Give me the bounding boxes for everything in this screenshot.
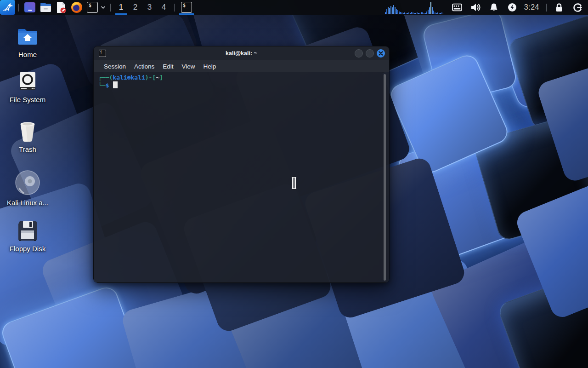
launcher-text-editor[interactable] (54, 0, 68, 14)
desktop-icon-trash[interactable]: Trash (4, 121, 51, 153)
power-manager-icon[interactable] (507, 2, 517, 12)
logout-icon[interactable] (572, 2, 582, 12)
window-title: kali@kali: ~ (94, 50, 389, 57)
terminal-window: ┤ kali@kali: ~ Session Actions Edit View… (93, 46, 390, 283)
menu-help[interactable]: Help (199, 62, 220, 71)
folder-icon (40, 2, 52, 13)
dashboard-icon (24, 1, 36, 13)
launcher-terminal[interactable]: $_ (85, 0, 99, 14)
chevron-down-icon[interactable] (101, 5, 106, 10)
terminal-scrollbar[interactable] (384, 74, 386, 281)
menu-actions[interactable]: Actions (130, 62, 158, 71)
lock-screen-icon[interactable] (554, 2, 564, 12)
workspace-4[interactable]: 4 (157, 0, 171, 15)
keyboard-layout-icon[interactable] (452, 2, 462, 12)
menu-edit[interactable]: Edit (158, 62, 177, 71)
top-panel: $_ 1 2 3 4 $_ (0, 0, 588, 15)
kali-dragon-icon (2, 2, 13, 13)
desktop-icon-label: Home (18, 51, 37, 58)
system-load-graph[interactable] (385, 1, 443, 14)
panel-separator (18, 4, 19, 12)
terminal-menubar: Session Actions Edit View Help (94, 60, 389, 72)
desktop-icon-label: Floppy Disk (10, 245, 45, 253)
terminal-icon: $_ (181, 2, 192, 13)
desktop-icon-label: Trash (19, 145, 36, 153)
optical-disc-icon (15, 169, 40, 196)
desktop-icon-file-system[interactable]: File System (4, 71, 51, 104)
menu-view[interactable]: View (178, 62, 199, 71)
clock[interactable]: 3:24 (524, 3, 539, 12)
terminal-icon: $_ (87, 2, 98, 13)
home-folder-icon (17, 26, 38, 48)
minimize-button[interactable] (355, 49, 363, 58)
launcher-xfdashboard[interactable] (23, 0, 37, 14)
window-titlebar[interactable]: ┤ kali@kali: ~ (94, 46, 389, 60)
close-icon (379, 51, 383, 56)
trash-bin-icon (18, 121, 37, 143)
panel-separator (110, 4, 111, 12)
menu-session[interactable]: Session (100, 62, 130, 71)
maximize-button[interactable] (366, 49, 374, 58)
document-edit-icon (56, 1, 67, 14)
workspace-1[interactable]: 1 (114, 0, 128, 15)
desktop-icon-floppy-disk[interactable]: Floppy Disk (4, 220, 51, 253)
firefox-icon (71, 1, 83, 13)
terminal-cursor (113, 81, 118, 88)
close-button[interactable] (377, 49, 385, 58)
prompt-line-2: └─$ (98, 81, 389, 89)
terminal-output-area[interactable]: ┌──(kali⊛kali)-[~] └─$ (94, 72, 389, 282)
kali-menu-button[interactable] (0, 0, 15, 15)
taskbar-terminal-window[interactable]: $_ (178, 0, 195, 15)
notification-bell-icon[interactable] (489, 2, 499, 12)
desktop-icon-label: File System (10, 96, 45, 104)
panel-separator (174, 4, 175, 12)
desktop-icon-home[interactable]: Home (4, 26, 51, 58)
workspace-3[interactable]: 3 (142, 0, 157, 15)
floppy-disk-icon (17, 220, 38, 242)
launcher-firefox[interactable] (70, 0, 84, 14)
panel-separator (546, 4, 547, 12)
desktop-icon-label: Kali Linux a... (7, 199, 48, 207)
volume-icon[interactable] (470, 2, 481, 12)
workspace-2[interactable]: 2 (128, 0, 142, 15)
desktop-icon-kali-linux-cd[interactable]: Kali Linux a... (4, 169, 51, 207)
prompt-line-1: ┌──(kali⊛kali)-[~] (98, 74, 389, 81)
hard-drive-icon (18, 71, 37, 93)
launcher-file-manager[interactable] (39, 0, 52, 14)
